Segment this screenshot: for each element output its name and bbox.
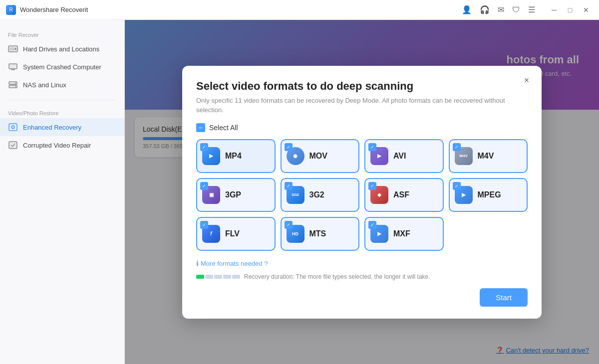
video-photo-label: Video/Photo Restore — [0, 106, 124, 118]
file-recover-label: File Recover — [0, 28, 124, 40]
sidebar-item-nas[interactable]: NAS and Linux — [0, 76, 124, 94]
duration-seg-4 — [223, 275, 231, 279]
mov-check: ✓ — [285, 143, 293, 151]
format-card-mpeg[interactable]: ✓ ▶ MPEG — [449, 178, 528, 212]
svg-rect-12 — [9, 142, 17, 149]
titlebar: R Wondershare Recoverit 👤 🎧 ✉ 🛡 ☰ ─ □ ✕ — [0, 0, 599, 20]
format-card-avi[interactable]: ✓ ▶ AVI — [364, 139, 444, 173]
duration-seg-5 — [232, 275, 240, 279]
app-icon: R — [6, 5, 16, 15]
flv-check: ✓ — [200, 221, 208, 229]
mxf-label: MXF — [393, 229, 410, 238]
3gp-label: 3GP — [225, 190, 241, 199]
mp4-check: ✓ — [200, 143, 208, 151]
content-area: hotos from all Seagate, SD card, etc. Lo… — [125, 20, 599, 364]
svg-rect-4 — [11, 69, 15, 70]
more-formats-link[interactable]: ℹ More formats needed ? — [196, 260, 528, 267]
avi-label: AVI — [393, 152, 406, 161]
select-all-label[interactable]: Select All — [209, 124, 238, 132]
format-card-mts[interactable]: ✓ HD MTS — [281, 217, 360, 251]
repair-icon — [8, 141, 18, 149]
select-all-row: ─ Select All — [196, 123, 528, 132]
sidebar-item-label: Hard Drives and Locations — [23, 45, 99, 53]
duration-seg-3 — [214, 275, 222, 279]
modal-title: Select video formats to do deep scanning — [196, 80, 528, 93]
m4v-check: ✓ — [453, 143, 461, 151]
mpeg-label: MPEG — [478, 190, 501, 199]
svg-rect-3 — [9, 64, 17, 69]
sidebar: File Recover Hard Drives and Locations S… — [0, 20, 125, 364]
window-controls: ─ □ ✕ — [547, 3, 593, 17]
main-layout: File Recover Hard Drives and Locations S… — [0, 20, 599, 364]
format-card-mp4[interactable]: ✓ ▶ MP4 — [196, 139, 276, 173]
sidebar-item-label: Corrupted Video Repair — [23, 142, 91, 149]
sidebar-item-label: NAS and Linux — [23, 81, 66, 89]
select-all-checkbox[interactable]: ─ — [196, 123, 205, 132]
enhanced-icon — [8, 123, 18, 131]
titlebar-left: R Wondershare Recoverit — [6, 5, 88, 15]
duration-bar — [196, 275, 240, 279]
format-card-mov[interactable]: ✓ ◉ MOV — [281, 139, 360, 173]
mts-label: MTS — [309, 229, 326, 238]
3gp-check: ✓ — [200, 182, 208, 190]
shield-icon[interactable]: 🛡 — [512, 5, 520, 14]
mail-icon[interactable]: ✉ — [498, 5, 504, 14]
sidebar-item-label: Enhanced Recovery — [23, 124, 81, 131]
nas-icon — [8, 81, 18, 89]
svg-point-2 — [15, 48, 16, 50]
svg-point-8 — [15, 86, 16, 87]
format-card-3gp[interactable]: ✓ ▣ 3GP — [196, 178, 276, 212]
close-button[interactable]: ✕ — [579, 3, 593, 17]
sidebar-item-hard-drives[interactable]: Hard Drives and Locations — [0, 40, 124, 58]
duration-note: Recovery duration: The more file types s… — [196, 273, 528, 280]
format-card-asf[interactable]: ✓ ◆ ASF — [364, 178, 444, 212]
asf-label: ASF — [393, 190, 409, 199]
asf-check: ✓ — [368, 182, 376, 190]
mov-label: MOV — [309, 152, 327, 161]
svg-point-7 — [15, 83, 16, 84]
format-grid: ✓ ▶ MP4 ✓ ◉ MOV ✓ ▶ AVI — [196, 139, 528, 251]
hard-drive-icon — [8, 45, 18, 53]
format-card-3g2[interactable]: ✓ 3G2 3G2 — [281, 178, 360, 212]
sidebar-item-corrupted-video[interactable]: Corrupted Video Repair — [0, 136, 124, 154]
menu-icon[interactable]: ☰ — [528, 5, 535, 14]
format-card-mxf[interactable]: ✓ ▶ MXF — [364, 217, 444, 251]
mxf-check: ✓ — [368, 221, 376, 229]
svg-point-11 — [12, 127, 13, 128]
duration-text: Recovery duration: The more file types s… — [244, 273, 430, 280]
system-icon — [8, 63, 18, 71]
app-title: Wondershare Recoverit — [20, 6, 88, 13]
duration-seg-1 — [196, 275, 204, 279]
modal-dialog: × Select video formats to do deep scanni… — [182, 66, 542, 319]
start-button[interactable]: Start — [480, 288, 528, 307]
user-icon[interactable]: 👤 — [462, 5, 472, 14]
minimize-button[interactable]: ─ — [547, 3, 561, 17]
format-card-m4v[interactable]: ✓ M4V M4V — [449, 139, 528, 173]
sidebar-divider — [8, 100, 116, 100]
3g2-label: 3G2 — [309, 190, 324, 199]
sidebar-item-label: System Crashed Computer — [23, 63, 101, 71]
modal-subtitle: Only specific 11 video formats can be re… — [196, 96, 528, 115]
avi-check: ✓ — [368, 143, 376, 151]
sidebar-item-enhanced-recovery[interactable]: Enhanced Recovery — [0, 118, 124, 136]
modal-overlay: × Select video formats to do deep scanni… — [125, 20, 599, 364]
mp4-label: MP4 — [225, 152, 242, 161]
mpeg-check: ✓ — [453, 182, 461, 190]
duration-seg-2 — [205, 275, 213, 279]
modal-footer: Start — [196, 288, 528, 307]
modal-close-button[interactable]: × — [520, 74, 534, 88]
headset-icon[interactable]: 🎧 — [480, 5, 490, 14]
m4v-label: M4V — [478, 152, 494, 161]
format-card-flv[interactable]: ✓ f FLV — [196, 217, 276, 251]
maximize-button[interactable]: □ — [563, 3, 577, 17]
titlebar-right: 👤 🎧 ✉ 🛡 ☰ ─ □ ✕ — [462, 3, 593, 17]
mts-check: ✓ — [285, 221, 293, 229]
sidebar-item-system-crashed[interactable]: System Crashed Computer — [0, 58, 124, 76]
flv-label: FLV — [225, 229, 240, 238]
info-icon: ℹ — [196, 260, 199, 267]
3g2-check: ✓ — [285, 182, 293, 190]
